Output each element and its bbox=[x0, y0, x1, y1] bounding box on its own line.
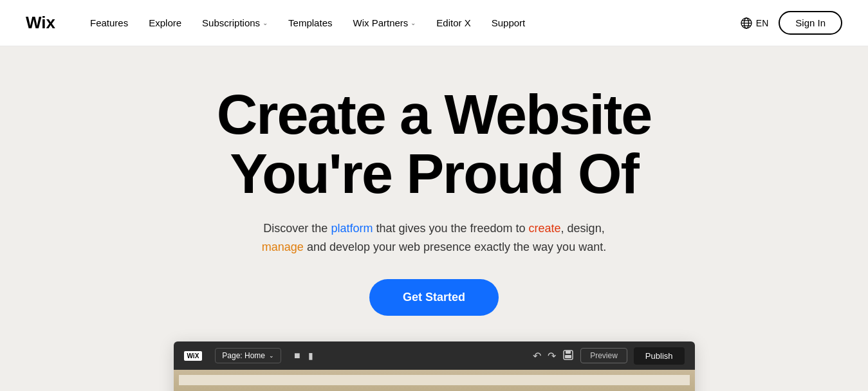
subtitle-text-4: and develop your web presence exactly th… bbox=[304, 241, 606, 253]
hero-title-line2: You're Proud Of bbox=[230, 141, 638, 205]
desktop-icon[interactable]: ■ bbox=[294, 350, 300, 361]
subscriptions-chevron-icon: ⌄ bbox=[263, 19, 268, 26]
lang-label: EN bbox=[756, 18, 768, 28]
redo-button[interactable]: ↷ bbox=[548, 350, 556, 362]
hero-section: Create a Website You're Proud Of Discove… bbox=[0, 46, 868, 391]
nav-right: EN Sign In bbox=[741, 11, 842, 35]
svg-text:Wix: Wix bbox=[26, 13, 56, 31]
page-selector[interactable]: Page: Home ⌄ bbox=[215, 348, 281, 363]
subtitle-manage: manage bbox=[262, 241, 304, 253]
subtitle-text-3: , design, bbox=[561, 222, 605, 235]
nav-editor-x[interactable]: Editor X bbox=[436, 17, 470, 28]
hero-subtitle: Discover the platform that gives you the… bbox=[262, 219, 606, 257]
editor-logo: WiX bbox=[184, 351, 203, 361]
toolbar-actions: ↶ ↷ Preview Publish bbox=[533, 347, 684, 365]
nav-links: Features Explore Subscriptions ⌄ Templat… bbox=[90, 17, 741, 28]
editor-toolbar: WiX Page: Home ⌄ ■ ▮ ↶ ↷ bbox=[174, 341, 695, 370]
globe-icon bbox=[741, 17, 752, 29]
nav-explore[interactable]: Explore bbox=[149, 17, 181, 28]
svg-rect-7 bbox=[566, 350, 571, 354]
sign-in-button[interactable]: Sign In bbox=[779, 11, 842, 35]
nav-support[interactable]: Support bbox=[492, 17, 526, 28]
mobile-icon[interactable]: ▮ bbox=[308, 350, 313, 361]
nav-features[interactable]: Features bbox=[90, 17, 128, 28]
svg-rect-8 bbox=[565, 355, 571, 358]
nav-subscriptions[interactable]: Subscriptions ⌄ bbox=[202, 17, 268, 28]
hero-title-line1: Create a Website bbox=[217, 82, 652, 146]
save-icon bbox=[562, 349, 574, 361]
editor-toolbar-icons: ■ ▮ bbox=[294, 350, 313, 361]
hero-title: Create a Website You're Proud Of bbox=[217, 85, 652, 204]
subtitle-create: create bbox=[529, 222, 561, 235]
navbar: Wix Features Explore Subscriptions ⌄ Tem… bbox=[0, 0, 868, 46]
page-label: Page: Home bbox=[222, 351, 265, 360]
nav-wix-partners[interactable]: Wix Partners ⌄ bbox=[353, 17, 416, 28]
editor-preview: WiX Page: Home ⌄ ■ ▮ ↶ ↷ bbox=[174, 341, 695, 391]
editor-canvas-area bbox=[174, 370, 695, 391]
wix-partners-chevron-icon: ⌄ bbox=[411, 19, 416, 26]
editor-logo-box: WiX bbox=[184, 351, 203, 361]
wix-logo[interactable]: Wix bbox=[26, 13, 64, 33]
undo-button[interactable]: ↶ bbox=[533, 350, 541, 362]
publish-button[interactable]: Publish bbox=[634, 347, 685, 365]
language-selector[interactable]: EN bbox=[741, 17, 768, 29]
nav-templates[interactable]: Templates bbox=[288, 17, 332, 28]
ruler-bar bbox=[179, 375, 690, 385]
subtitle-text-2: that gives you the freedom to bbox=[373, 222, 528, 235]
preview-button[interactable]: Preview bbox=[580, 348, 627, 363]
subtitle-text-1: Discover the bbox=[263, 222, 331, 235]
page-chevron-icon: ⌄ bbox=[269, 352, 274, 359]
get-started-button[interactable]: Get Started bbox=[369, 279, 499, 316]
subtitle-platform: platform bbox=[331, 222, 373, 235]
save-button[interactable] bbox=[562, 349, 574, 363]
